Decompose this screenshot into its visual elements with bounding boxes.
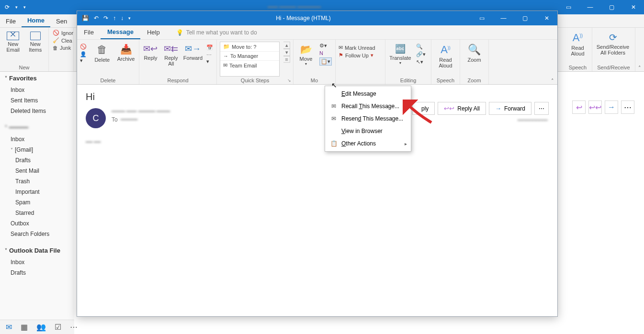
msg-read-aloud-button[interactable]: A)) Read Aloud <box>434 42 457 68</box>
send-receive-button[interactable]: ⟳ Send/Receive All Folders <box>596 30 630 56</box>
move-button[interactable]: 📂 Move ▾ <box>296 42 316 66</box>
msg-tab-help[interactable]: Help <box>140 26 167 39</box>
bg-reply-all-icon[interactable]: ↩↩ <box>588 100 602 114</box>
msg-close-icon[interactable]: ✕ <box>536 11 557 25</box>
account-header[interactable]: ˅━━━━━ <box>0 121 74 134</box>
calendar-icon[interactable]: ▦ <box>21 323 28 332</box>
gmail-spam[interactable]: Spam <box>0 197 74 208</box>
msg-ribbon-collapse-icon[interactable]: ˄ <box>548 40 557 84</box>
fav-deleted[interactable]: Deleted Items <box>0 106 74 116</box>
fav-sent[interactable]: Sent Items <box>0 95 74 106</box>
find-icon[interactable]: 🔍 <box>416 44 426 50</box>
mark-unread-button[interactable]: ✉ Mark Unread <box>339 45 375 51</box>
follow-up-button[interactable]: ⚑ Follow Up ▾ <box>339 52 375 58</box>
gmail-important[interactable]: Important <box>0 187 74 197</box>
msg-minimize-icon[interactable]: ― <box>493 11 514 25</box>
qs-launcher-icon[interactable]: ↘ <box>287 78 291 83</box>
search-folders[interactable]: Search Folders <box>0 229 74 239</box>
qs-more-icon[interactable]: ≡ <box>283 56 290 63</box>
action-reply-button[interactable]: ply <box>412 102 435 115</box>
next-item-icon[interactable]: ↓ <box>121 15 124 22</box>
qs-down-icon[interactable]: ▾ <box>283 49 290 56</box>
onenote-icon[interactable]: N <box>319 50 332 56</box>
zoom-button[interactable]: 🔍 Zoom <box>463 42 486 63</box>
rules-icon[interactable]: ⚙▾ <box>319 43 332 49</box>
qat-customize-icon[interactable]: ▾ <box>128 16 131 21</box>
close-icon[interactable]: ✕ <box>622 0 644 14</box>
more-icon[interactable]: ⋯ <box>70 323 78 332</box>
delete-button[interactable]: 🗑 Delete <box>92 42 112 63</box>
more-respond-icon[interactable]: ⋯▾ <box>206 52 214 65</box>
bg-reply-icon[interactable]: ↩ <box>572 100 586 114</box>
odf-drafts[interactable]: Drafts <box>0 267 74 278</box>
tab-send[interactable]: Sen <box>50 15 73 27</box>
bg-forward-icon[interactable]: → <box>605 100 618 114</box>
menu-edit-message[interactable]: Edit Message <box>325 88 411 100</box>
action-more-button[interactable]: ⋯ <box>534 102 549 115</box>
quick-steps-gallery[interactable]: 📁 Move to: ? → To Manager ✉ Team Email <box>220 42 280 77</box>
maximize-icon[interactable]: ▢ <box>601 0 622 14</box>
qs-up-icon[interactable]: ▴ <box>283 42 290 49</box>
msg-tab-file[interactable]: File <box>77 26 101 39</box>
archive-button[interactable]: 📥 Archive <box>116 42 136 62</box>
minimize-icon[interactable]: ― <box>579 0 601 14</box>
new-items-button[interactable]: New Items <box>26 30 45 53</box>
clean-button[interactable]: 🧹 Clea <box>53 37 73 44</box>
other-actions-icon: 📋 <box>330 140 338 147</box>
new-email-button[interactable]: New Email <box>4 30 23 53</box>
reply-button[interactable]: ✉↩ Reply <box>142 42 159 61</box>
qs-to-manager[interactable]: → To Manager <box>220 52 279 61</box>
forward-button[interactable]: ✉→ Forward <box>183 42 203 61</box>
meeting-icon[interactable]: 📅 <box>206 45 214 51</box>
translate-button[interactable]: 🔤 Translate ▾ <box>388 42 412 65</box>
qs-team-email[interactable]: ✉ Team Email <box>220 61 279 70</box>
dropdown-icon[interactable]: ▾ <box>15 5 18 10</box>
actions-dropdown-button[interactable]: 📋▾ <box>319 57 332 66</box>
tell-me-search[interactable]: 💡 Tell me what you want to do <box>176 29 257 36</box>
acct-inbox[interactable]: Inbox <box>0 134 74 145</box>
select-icon[interactable]: ↖▾ <box>416 59 426 65</box>
bg-more-icon[interactable]: ⋯ <box>621 100 634 114</box>
save-icon[interactable]: 💾 <box>82 15 89 22</box>
reply-all-button[interactable]: ✉⇇ Reply All <box>163 42 180 67</box>
junk-small-icon[interactable]: 👤▾ <box>80 51 88 64</box>
outlook-data-file-header[interactable]: ˅Outlook Data File <box>0 244 74 257</box>
ribbon-collapse-icon[interactable]: ˄ <box>635 28 644 71</box>
fav-inbox[interactable]: Inbox <box>0 85 74 95</box>
tab-file[interactable]: File <box>0 15 22 27</box>
ribbon-display-icon[interactable]: ▭ <box>558 0 579 14</box>
mail-icon[interactable]: ✉ <box>6 323 12 332</box>
ignore-small-icon[interactable]: 🚫 <box>80 44 88 50</box>
action-reply-all-button[interactable]: ↩↩Reply All <box>438 102 486 115</box>
people-icon[interactable]: 👥 <box>36 323 46 332</box>
sync-icon[interactable]: ⟳ <box>5 4 10 11</box>
read-aloud-button[interactable]: A)) Read Aloud <box>567 30 588 56</box>
action-forward-button[interactable]: →Forward <box>489 102 531 115</box>
gmail-drafts[interactable]: Drafts <box>0 155 74 166</box>
favorites-header[interactable]: ˅Favorites <box>0 72 74 85</box>
tasks-icon[interactable]: ☑ <box>55 323 61 332</box>
msg-tab-message[interactable]: Message <box>101 25 140 39</box>
tab-home[interactable]: Home <box>22 14 50 27</box>
menu-other-actions[interactable]: 📋Other Actions ▸ <box>325 137 411 150</box>
outbox[interactable]: Outbox <box>0 218 74 229</box>
msg-ribbon-options-icon[interactable]: ▭ <box>471 11 493 25</box>
gmail-trash[interactable]: Trash <box>0 176 74 187</box>
msg-maximize-icon[interactable]: ▢ <box>514 11 536 25</box>
qs-move-to[interactable]: 📁 Move to: ? <box>220 42 279 52</box>
gmail-sent-mail[interactable]: Sent Mail <box>0 166 74 176</box>
qat-customize-icon[interactable]: ▾ <box>23 5 26 10</box>
prev-item-icon[interactable]: ↑ <box>113 15 116 22</box>
menu-recall-message[interactable]: ✉Recall This Message... <box>325 100 411 112</box>
junk-button[interactable]: 🗑 Junk <box>53 45 73 51</box>
ignore-button[interactable]: 🚫 Ignor <box>53 30 73 36</box>
gmail-starred[interactable]: Starred <box>0 208 74 218</box>
redo-icon[interactable]: ↷ <box>103 15 108 22</box>
odf-inbox[interactable]: Inbox <box>0 257 74 267</box>
trash-icon: 🗑 <box>97 44 107 56</box>
menu-resend-message[interactable]: ✉Resend This Message... <box>325 112 411 125</box>
menu-view-in-browser[interactable]: View in Browser <box>325 125 411 137</box>
related-icon[interactable]: 🔗▾ <box>416 51 426 57</box>
gmail-header[interactable]: ˅[Gmail] <box>0 145 74 155</box>
undo-icon[interactable]: ↶ <box>94 15 99 22</box>
